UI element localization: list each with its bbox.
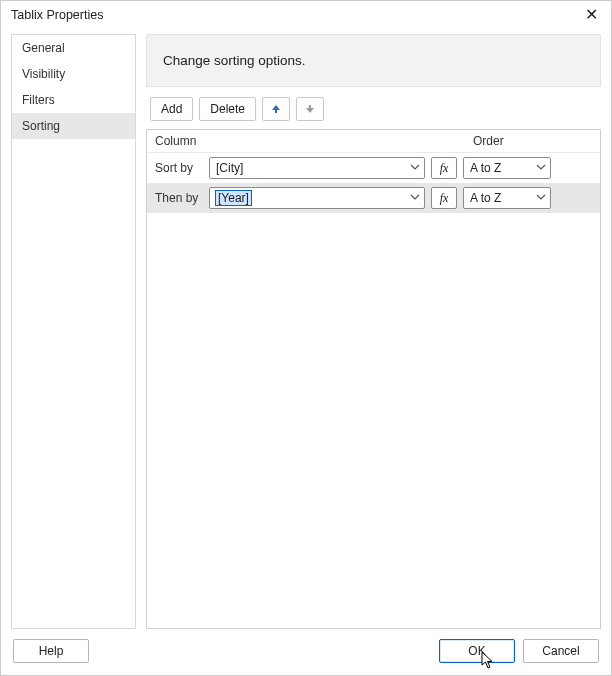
grid-headers: Column Order — [147, 130, 600, 153]
column-dropdown-value: [City] — [216, 161, 243, 175]
tablix-properties-dialog: Tablix Properties ✕ General Visibility F… — [0, 0, 612, 676]
chevron-down-icon — [410, 191, 420, 205]
ok-button[interactable]: OK — [439, 639, 515, 663]
chevron-down-icon — [410, 161, 420, 175]
help-button[interactable]: Help — [13, 639, 89, 663]
grid-rows: Sort by [City] fx A to Z — [147, 153, 600, 628]
arrow-up-icon — [271, 104, 281, 114]
column-header-order: Order — [473, 134, 594, 148]
nav-item-filters[interactable]: Filters — [12, 87, 135, 113]
chevron-down-icon — [536, 161, 546, 175]
close-icon[interactable]: ✕ — [579, 5, 603, 24]
sort-row[interactable]: Sort by [City] fx A to Z — [147, 153, 600, 183]
column-dropdown[interactable]: [Year] — [209, 187, 425, 209]
order-dropdown-value: A to Z — [470, 161, 501, 175]
dialog-footer: Help OK Cancel — [1, 629, 611, 675]
nav-panel: General Visibility Filters Sorting — [11, 34, 136, 629]
titlebar: Tablix Properties ✕ — [1, 1, 611, 30]
column-dropdown-value: [Year] — [216, 191, 251, 205]
sort-row[interactable]: Then by [Year] fx A to Z — [147, 183, 600, 213]
delete-button[interactable]: Delete — [199, 97, 256, 121]
arrow-down-icon — [305, 104, 315, 114]
grid-toolbar: Add Delete — [146, 87, 601, 129]
cancel-button[interactable]: Cancel — [523, 639, 599, 663]
add-button[interactable]: Add — [150, 97, 193, 121]
sort-grid: Column Order Sort by [City] fx — [146, 129, 601, 629]
dialog-body: General Visibility Filters Sorting Chang… — [1, 30, 611, 629]
column-dropdown[interactable]: [City] — [209, 157, 425, 179]
expression-button[interactable]: fx — [431, 187, 457, 209]
order-dropdown-value: A to Z — [470, 191, 501, 205]
nav-item-general[interactable]: General — [12, 35, 135, 61]
nav-item-visibility[interactable]: Visibility — [12, 61, 135, 87]
column-header-column: Column — [155, 134, 473, 148]
panel-heading: Change sorting options. — [146, 34, 601, 87]
dialog-title: Tablix Properties — [11, 8, 103, 22]
nav-item-sorting[interactable]: Sorting — [12, 113, 135, 139]
order-dropdown[interactable]: A to Z — [463, 157, 551, 179]
main-panel: Change sorting options. Add Delete C — [146, 34, 601, 629]
chevron-down-icon — [536, 191, 546, 205]
move-down-button[interactable] — [296, 97, 324, 121]
order-dropdown[interactable]: A to Z — [463, 187, 551, 209]
row-label: Then by — [155, 191, 203, 205]
expression-button[interactable]: fx — [431, 157, 457, 179]
move-up-button[interactable] — [262, 97, 290, 121]
row-label: Sort by — [155, 161, 203, 175]
